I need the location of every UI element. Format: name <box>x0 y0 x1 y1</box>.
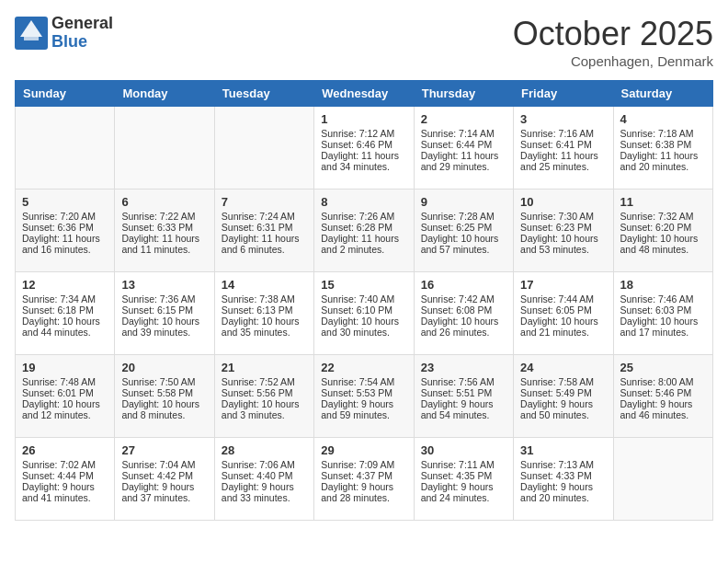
cell-line: Sunrise: 7:52 AM <box>222 376 307 387</box>
calendar-cell <box>115 107 214 190</box>
cell-line: Sunset: 6:03 PM <box>620 304 706 316</box>
cell-line: and 11 minutes. <box>121 244 207 255</box>
cell-line: and 30 minutes. <box>321 327 406 338</box>
cell-line: Daylight: 11 hours <box>520 150 606 161</box>
cell-line: and 54 minutes. <box>421 409 506 420</box>
cell-line: Daylight: 9 hours <box>121 481 207 492</box>
date-number: 25 <box>620 361 706 374</box>
week-row-1: 1Sunrise: 7:12 AMSunset: 6:46 PMDaylight… <box>16 107 713 190</box>
cell-line: and 41 minutes. <box>22 492 108 503</box>
date-number: 11 <box>620 195 706 209</box>
cell-line: Sunset: 6:31 PM <box>222 222 307 233</box>
cell-line: Daylight: 10 hours <box>222 398 307 409</box>
cell-line: Daylight: 9 hours <box>321 481 406 492</box>
calendar-cell: 11Sunrise: 7:32 AMSunset: 6:20 PMDayligh… <box>613 190 712 272</box>
date-number: 29 <box>321 443 406 457</box>
cell-line: Sunrise: 7:11 AM <box>421 459 506 470</box>
calendar-cell: 21Sunrise: 7:52 AMSunset: 5:56 PMDayligh… <box>214 355 313 438</box>
cell-line: Daylight: 10 hours <box>620 316 706 327</box>
cell-line: and 3 minutes. <box>222 409 307 420</box>
cell-line: Sunrise: 7:06 AM <box>222 459 307 470</box>
cell-line: Daylight: 10 hours <box>321 316 406 327</box>
date-number: 22 <box>321 361 406 374</box>
cell-line: and 39 minutes. <box>121 327 207 338</box>
cell-line: Daylight: 11 hours <box>121 233 207 244</box>
cell-line: and 6 minutes. <box>222 244 307 255</box>
cell-line: Sunset: 6:10 PM <box>321 304 406 316</box>
cell-line: and 21 minutes. <box>520 327 606 338</box>
calendar-cell: 18Sunrise: 7:46 AMSunset: 6:03 PMDayligh… <box>613 272 712 355</box>
cell-line: Sunset: 6:15 PM <box>121 304 207 316</box>
cell-line: Daylight: 10 hours <box>121 398 207 409</box>
cell-line: Sunrise: 7:13 AM <box>520 459 606 470</box>
cell-line: Sunset: 5:53 PM <box>321 387 406 398</box>
date-number: 20 <box>121 361 207 374</box>
cell-line: and 57 minutes. <box>421 244 506 255</box>
cell-line: Sunrise: 7:40 AM <box>321 293 406 304</box>
cell-line: Sunset: 6:20 PM <box>620 222 706 233</box>
cell-line: Sunset: 4:33 PM <box>520 470 606 481</box>
cell-line: and 29 minutes. <box>421 161 506 172</box>
date-number: 4 <box>620 112 706 126</box>
cell-line: and 26 minutes. <box>421 327 506 338</box>
cell-line: and 46 minutes. <box>620 409 706 420</box>
cell-line: Sunrise: 7:56 AM <box>421 376 506 387</box>
cell-line: Sunrise: 7:24 AM <box>222 211 307 222</box>
cell-line: and 24 minutes. <box>421 492 506 503</box>
cell-line: Sunset: 6:33 PM <box>121 222 207 233</box>
cell-line: and 48 minutes. <box>620 244 706 255</box>
cell-line: and 35 minutes. <box>222 327 307 338</box>
week-row-2: 5Sunrise: 7:20 AMSunset: 6:36 PMDaylight… <box>16 190 713 272</box>
calendar-cell: 31Sunrise: 7:13 AMSunset: 4:33 PMDayligh… <box>514 438 613 521</box>
cell-line: and 12 minutes. <box>22 409 108 420</box>
cell-line: Daylight: 9 hours <box>22 481 108 492</box>
cell-line: Daylight: 10 hours <box>421 233 506 244</box>
date-number: 23 <box>421 361 506 374</box>
cell-line: Sunrise: 7:02 AM <box>22 459 108 470</box>
cell-line: Sunset: 6:13 PM <box>222 304 307 316</box>
cell-line: Sunrise: 8:00 AM <box>620 376 706 387</box>
date-number: 30 <box>421 443 506 457</box>
logo-text: General Blue <box>51 15 113 52</box>
month-title: October 2025 <box>513 15 713 53</box>
cell-line: Sunrise: 7:16 AM <box>520 128 606 139</box>
date-number: 31 <box>520 443 606 457</box>
cell-line: Daylight: 10 hours <box>520 316 606 327</box>
cell-line: Sunrise: 7:46 AM <box>620 293 706 304</box>
date-number: 17 <box>520 278 606 292</box>
calendar-cell: 26Sunrise: 7:02 AMSunset: 4:44 PMDayligh… <box>16 438 115 521</box>
cell-line: and 20 minutes. <box>620 161 706 172</box>
cell-line: and 25 minutes. <box>520 161 606 172</box>
date-number: 26 <box>22 443 108 457</box>
cell-line: and 53 minutes. <box>520 244 606 255</box>
header-day-wednesday: Wednesday <box>314 81 414 107</box>
date-number: 28 <box>222 443 307 457</box>
cell-line: and 8 minutes. <box>121 409 207 420</box>
calendar-cell <box>613 438 712 521</box>
cell-line: Sunrise: 7:18 AM <box>620 128 706 139</box>
calendar-body: 1Sunrise: 7:12 AMSunset: 6:46 PMDaylight… <box>16 107 713 521</box>
cell-line: Daylight: 10 hours <box>520 233 606 244</box>
cell-line: Sunrise: 7:22 AM <box>121 211 207 222</box>
logo-blue: Blue <box>51 33 113 52</box>
cell-line: Sunset: 5:56 PM <box>222 387 307 398</box>
cell-line: Sunrise: 7:14 AM <box>421 128 506 139</box>
calendar-cell: 12Sunrise: 7:34 AMSunset: 6:18 PMDayligh… <box>16 272 115 355</box>
cell-line: and 33 minutes. <box>222 492 307 503</box>
cell-line: and 2 minutes. <box>321 244 406 255</box>
week-row-3: 12Sunrise: 7:34 AMSunset: 6:18 PMDayligh… <box>16 272 713 355</box>
header-day-monday: Monday <box>115 81 214 107</box>
date-number: 10 <box>520 195 606 209</box>
cell-line: Sunrise: 7:44 AM <box>520 293 606 304</box>
date-number: 13 <box>121 278 207 292</box>
logo-icon <box>15 17 48 50</box>
header-row: SundayMondayTuesdayWednesdayThursdayFrid… <box>16 81 713 107</box>
logo-general: General <box>51 15 113 33</box>
cell-line: Sunset: 5:51 PM <box>421 387 506 398</box>
date-number: 1 <box>321 112 406 126</box>
calendar-cell: 4Sunrise: 7:18 AMSunset: 6:38 PMDaylight… <box>613 107 712 190</box>
calendar-cell: 14Sunrise: 7:38 AMSunset: 6:13 PMDayligh… <box>214 272 313 355</box>
date-number: 8 <box>321 195 406 209</box>
calendar-cell <box>214 107 313 190</box>
cell-line: Sunrise: 7:20 AM <box>22 211 108 222</box>
